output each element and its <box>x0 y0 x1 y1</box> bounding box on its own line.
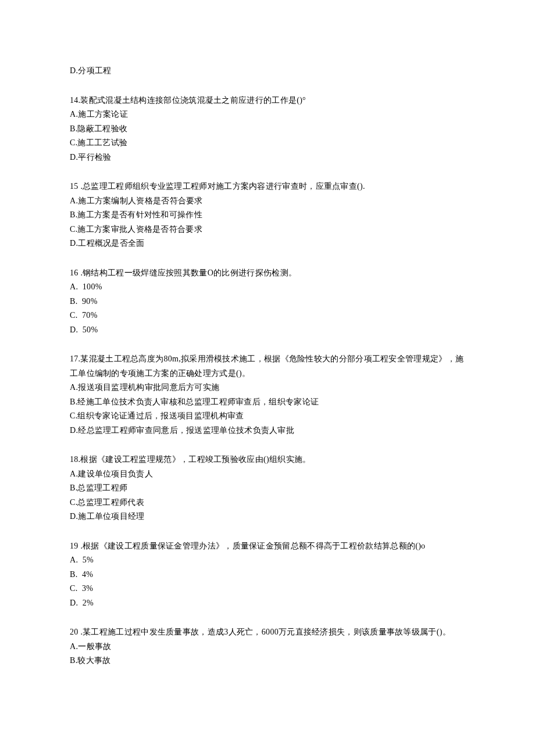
orphan-option-d: D.分项工程 <box>70 64 465 78</box>
question-stem: 14.装配式混凝土结构连接部位浇筑混凝土之前应进行的工作是()° <box>70 94 465 108</box>
option-d: D.经总监理工程师审查同意后，报送监理单位技术负责人审批 <box>70 424 465 438</box>
question-stem: 17.某混凝土工程总高度为80m,拟采用滑模技术施工，根据《危险性较大的分部分项… <box>70 352 465 381</box>
question-15: 15 .总监理工程师组织专业监理工程师对施工方案内容进行审查时，应重点审查().… <box>70 180 465 251</box>
question-stem: 16 .钢结构工程一级焊缝应按照其数量O的比例进行探伤检测。 <box>70 266 465 281</box>
option-b: B.隐蔽工程验收 <box>70 122 465 137</box>
option-a: A.施工方案编制人资格是否符合要求 <box>70 194 465 209</box>
question-19: 19 .根据《建设工程质量保证金管理办法》，质量保证金预留总额不得高于工程价款结… <box>70 539 465 611</box>
option-c: C.施工工艺试验 <box>70 136 465 151</box>
option-d: D.施工单位项目经理 <box>70 510 465 524</box>
option-a: A.一般事故 <box>70 640 465 654</box>
option-a: A.建设单位项目负责人 <box>70 467 465 482</box>
question-stem: 15 .总监理工程师组织专业监理工程师对施工方案内容进行审查时，应重点审查(). <box>70 180 465 194</box>
option-c: C.施工方案审批人资格是否符合要求 <box>70 223 465 237</box>
option-d: D.工程概况是否全面 <box>70 237 465 251</box>
option-d: D. 50% <box>70 323 465 338</box>
question-17: 17.某混凝土工程总高度为80m,拟采用滑模技术施工，根据《危险性较大的分部分项… <box>70 352 465 438</box>
option-a: A.施工方案论证 <box>70 108 465 122</box>
option-a: A. 5% <box>70 553 465 568</box>
question-20: 20 .某工程施工过程中发生质量事故，造成3人死亡，6000万元直接经济损失，则… <box>70 625 465 668</box>
question-14: 14.装配式混凝土结构连接部位浇筑混凝土之前应进行的工作是()° A.施工方案论… <box>70 94 465 165</box>
option-b: B. 90% <box>70 295 465 309</box>
question-stem: 18.根据《建设工程监理规范》，工程竣工预验收应由()组织实施。 <box>70 453 465 467</box>
option-d: D.平行检验 <box>70 151 465 165</box>
option-b: B.施工方案是否有针对性和可操作性 <box>70 208 465 223</box>
option-c: C. 3% <box>70 582 465 596</box>
option-b: B.总监理工程师 <box>70 481 465 496</box>
option-d: D. 2% <box>70 596 465 611</box>
option-a: A. 100% <box>70 280 465 295</box>
option-a: A.报送项目监理机构审批同意后方可实施 <box>70 381 465 395</box>
option-c: C. 70% <box>70 309 465 323</box>
option-b: B.经施工单位技术负责人审核和总监理工程师审查后，组织专家论证 <box>70 395 465 410</box>
question-stem: 20 .某工程施工过程中发生质量事故，造成3人死亡，6000万元直接经济损失，则… <box>70 625 465 640</box>
option-c: C.组织专家论证通过后，报送项目监理机构审查 <box>70 409 465 424</box>
question-stem: 19 .根据《建设工程质量保证金管理办法》，质量保证金预留总额不得高于工程价款结… <box>70 539 465 554</box>
question-16: 16 .钢结构工程一级焊缝应按照其数量O的比例进行探伤检测。 A. 100% B… <box>70 266 465 338</box>
option-c: C.总监理工程师代表 <box>70 496 465 510</box>
option-b: B.较大事故 <box>70 654 465 668</box>
question-18: 18.根据《建设工程监理规范》，工程竣工预验收应由()组织实施。 A.建设单位项… <box>70 453 465 524</box>
option-b: B. 4% <box>70 568 465 582</box>
